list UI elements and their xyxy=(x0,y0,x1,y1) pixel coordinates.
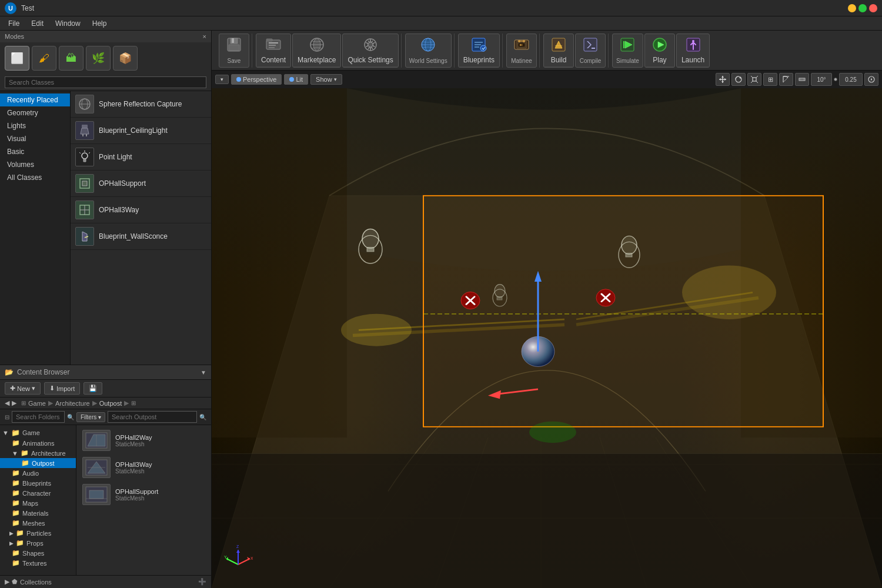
minimize-button[interactable] xyxy=(848,4,856,12)
category-recently-placed[interactable]: Recently Placed xyxy=(0,93,70,106)
breadcrumb-game[interactable]: Game xyxy=(28,400,46,407)
search-classes-input[interactable] xyxy=(5,76,206,88)
asset-grid: OPHall2Way StaticMesh OPHall3Way StaticM… xyxy=(76,425,211,575)
maximize-button[interactable] xyxy=(858,4,867,12)
build-dropdown-arrow[interactable]: ▾ xyxy=(544,66,573,68)
mode-foliage-button[interactable]: 🌿 xyxy=(86,46,111,71)
right-panel: Save Content ▾ xyxy=(212,31,882,588)
asset-ophallsupport[interactable]: OPHallSupport StaticMesh xyxy=(79,482,209,507)
category-all-classes[interactable]: All Classes xyxy=(0,171,70,184)
menu-edit[interactable]: Edit xyxy=(25,18,49,29)
translate-tool-button[interactable] xyxy=(716,73,730,86)
menu-file[interactable]: File xyxy=(2,18,25,29)
modes-close-icon[interactable]: × xyxy=(203,33,206,40)
play-button[interactable]: Play ▾ xyxy=(644,34,675,68)
scale-tool-button[interactable] xyxy=(747,73,761,86)
marketplace-dropdown-arrow[interactable]: ▾ xyxy=(293,66,340,68)
ophall3way-thumb xyxy=(82,457,111,478)
asset-ophall3way[interactable]: OPHall3Way StaticMesh xyxy=(79,455,209,480)
scale-value-display[interactable]: 0.25 xyxy=(839,73,863,86)
new-button[interactable]: ✚ New ▾ xyxy=(5,382,41,395)
save-content-button[interactable]: 💾 xyxy=(83,382,102,395)
tree-shapes[interactable]: 📁 Shapes xyxy=(0,548,76,558)
lit-button[interactable]: Lit xyxy=(284,74,308,85)
snap-angle-button[interactable] xyxy=(779,73,793,86)
category-volumes[interactable]: Volumes xyxy=(0,158,70,171)
simulate-button[interactable]: Simulate xyxy=(612,34,643,68)
placement-ophall-support[interactable]: OPHallSupport xyxy=(71,171,211,197)
save-button[interactable]: Save xyxy=(219,34,249,68)
cb-header: 📂 Content Browser ▼ xyxy=(0,365,211,380)
toolbar-group-matinee: Matinee xyxy=(504,34,540,68)
tree-meshes[interactable]: 📁 Meshes xyxy=(0,518,76,528)
search-folders-input[interactable] xyxy=(12,411,65,423)
asset-ophall2way[interactable]: OPHall2Way StaticMesh xyxy=(79,427,209,453)
tree-character[interactable]: 📁 Character xyxy=(0,488,76,498)
tree-animations[interactable]: 📁 Animations xyxy=(0,438,76,448)
placement-wall-sconce[interactable]: Blueprint_WallSconce xyxy=(71,223,211,250)
mode-geometry-button[interactable]: 📦 xyxy=(113,46,138,71)
perspective-button[interactable]: Perspective xyxy=(231,74,282,85)
back-button[interactable]: ◀ xyxy=(5,399,9,407)
snap-toggle-button[interactable] xyxy=(795,73,809,86)
menu-window[interactable]: Window xyxy=(49,18,86,29)
play-dropdown-arrow[interactable]: ▾ xyxy=(645,66,674,68)
matinee-button[interactable]: Matinee xyxy=(506,34,537,68)
svg-line-111 xyxy=(494,389,538,395)
launch-label: Launch xyxy=(681,56,704,64)
placement-sphere-reflection[interactable]: Sphere Reflection Capture xyxy=(71,91,211,118)
rotate-tool-button[interactable] xyxy=(731,73,746,86)
viewport-perspective-dropdown[interactable]: ▾ xyxy=(215,75,229,84)
build-button[interactable]: Build ▾ xyxy=(543,34,574,68)
quick-settings-dropdown-arrow[interactable]: ▾ xyxy=(343,66,397,68)
marketplace-button[interactable]: Marketplace ▾ xyxy=(292,34,341,68)
snap-grid-button[interactable]: ⊞ xyxy=(763,73,777,86)
blueprints-dropdown-arrow[interactable]: ▾ xyxy=(459,66,499,68)
content-dropdown-arrow[interactable]: ▾ xyxy=(256,66,290,68)
compile-button[interactable]: Compile xyxy=(575,34,606,68)
mode-place-button[interactable]: ⬜ xyxy=(5,46,29,71)
placement-ceiling-light[interactable]: Blueprint_CeilingLight xyxy=(71,118,211,144)
search-outpost-input[interactable] xyxy=(108,411,197,423)
mode-paint-button[interactable]: 🖌 xyxy=(32,46,56,71)
collections-icon: ⬟ xyxy=(12,578,18,586)
mode-landscape-button[interactable]: 🏔 xyxy=(59,46,83,71)
category-lights[interactable]: Lights xyxy=(0,119,70,132)
tree-outpost[interactable]: 📁 Outpost xyxy=(0,458,76,468)
tree-architecture[interactable]: ▼ 📁 Architecture xyxy=(0,448,76,458)
filters-button[interactable]: Filters ▾ xyxy=(76,412,105,422)
quick-settings-button[interactable]: Quick Settings ▾ xyxy=(342,34,398,68)
tree-textures[interactable]: 📁 Textures xyxy=(0,558,76,568)
launch-dropdown-arrow[interactable]: ▾ xyxy=(677,66,709,68)
category-basic[interactable]: Basic xyxy=(0,145,70,158)
new-dropdown-icon: ▾ xyxy=(32,385,35,392)
cb-collapse-icon[interactable]: ▼ xyxy=(201,369,206,376)
tree-particles[interactable]: ▶ 📁 Particles xyxy=(0,528,76,538)
close-button[interactable] xyxy=(869,4,877,12)
blueprints-button[interactable]: Blueprints ▾ xyxy=(458,34,500,68)
tree-props[interactable]: ▶ 📁 Props xyxy=(0,538,76,548)
tree-materials[interactable]: 📁 Materials xyxy=(0,508,76,518)
launch-button[interactable]: Launch ▾ xyxy=(676,34,710,68)
menu-help[interactable]: Help xyxy=(86,18,113,29)
placement-ophall3way[interactable]: OPHall3Way xyxy=(71,197,211,223)
category-visual[interactable]: Visual xyxy=(0,132,70,145)
content-button[interactable]: Content ▾ xyxy=(256,34,291,68)
category-geometry[interactable]: Geometry xyxy=(0,106,70,119)
breadcrumb-architecture[interactable]: Architecture xyxy=(55,400,90,407)
show-button[interactable]: Show ▾ xyxy=(310,74,342,85)
tree-maps[interactable]: 📁 Maps xyxy=(0,498,76,508)
collections-expand-icon[interactable]: ▶ xyxy=(5,578,9,586)
breadcrumb-outpost[interactable]: Outpost xyxy=(99,400,122,407)
viewport[interactable]: ▾ Perspective Lit Show ▾ xyxy=(212,71,882,588)
tree-blueprints[interactable]: 📁 Blueprints xyxy=(0,478,76,488)
tree-game[interactable]: ▼ 📁 Game xyxy=(0,427,76,438)
world-settings-button[interactable]: World Settings xyxy=(405,34,452,68)
grid-size-input[interactable]: 10° xyxy=(811,73,832,86)
placement-point-light[interactable]: Point Light xyxy=(71,144,211,171)
camera-speed-button[interactable] xyxy=(864,73,878,86)
tree-audio[interactable]: 📁 Audio xyxy=(0,468,76,478)
collections-add-icon[interactable]: ➕ xyxy=(198,578,206,586)
forward-button[interactable]: ▶ xyxy=(12,399,16,407)
import-button[interactable]: ⬇ Import xyxy=(44,382,80,395)
